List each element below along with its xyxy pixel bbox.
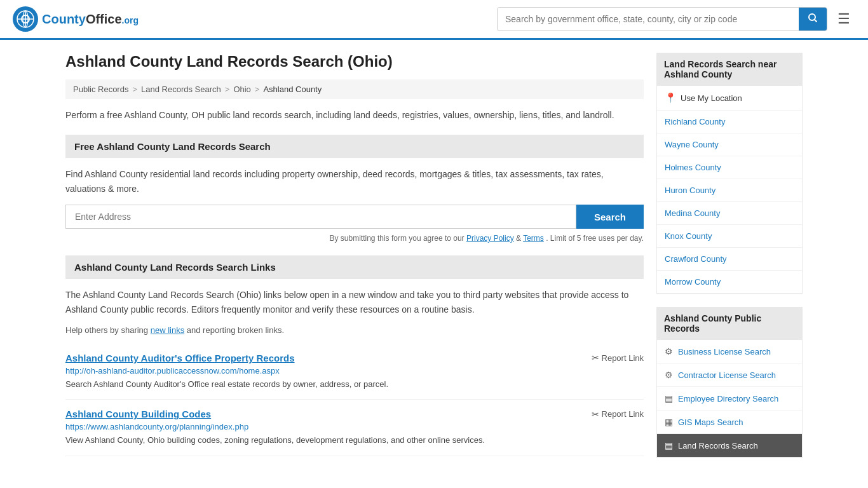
global-search-input[interactable] <box>498 9 799 29</box>
logo-county: County <box>42 12 86 26</box>
business-icon: ⚙ <box>665 346 673 356</box>
address-form: Search <box>65 205 644 229</box>
sidebar-business-license[interactable]: ⚙ Business License Search <box>657 340 802 363</box>
address-input[interactable] <box>65 205 576 229</box>
sidebar-land-records[interactable]: ▤ Land Records Search <box>657 434 802 458</box>
sidebar-item-richland[interactable]: Richland County <box>657 111 802 133</box>
contractor-icon: ⚙ <box>665 370 673 380</box>
report-link-button-1[interactable]: ✂ Report Link <box>592 353 644 363</box>
breadcrumb-land-records[interactable]: Land Records Search <box>141 85 221 94</box>
free-search-description: Find Ashland County residential land rec… <box>65 167 644 196</box>
pin-icon: 📍 <box>665 92 677 104</box>
business-license-label: Business License Search <box>678 347 771 356</box>
use-location-label: Use My Location <box>681 93 742 103</box>
breadcrumb: Public Records > Land Records Search > O… <box>65 79 644 99</box>
report-link-button-2[interactable]: ✂ Report Link <box>592 409 644 419</box>
contractor-license-label: Contractor License Search <box>678 370 776 380</box>
sidebar-nearby-section: Land Records Search near Ashland County … <box>656 53 803 294</box>
page-title: Ashland County Land Records Search (Ohio… <box>65 53 644 71</box>
sidebar-use-location[interactable]: 📍 Use My Location <box>657 86 802 111</box>
main-container: Ashland County Land Records Search (Ohio… <box>53 40 815 484</box>
links-list: Ashland County Auditor's Office Property… <box>65 344 644 456</box>
sidebar-public-section: Ashland County Public Records ⚙ Business… <box>656 307 803 458</box>
sidebar-item-holmes[interactable]: Holmes County <box>657 156 802 179</box>
link-item: Ashland County Auditor's Office Property… <box>65 344 644 400</box>
site-header: CountyOffice.org ☰ <box>0 0 868 40</box>
sidebar-nearby-title: Land Records Search near Ashland County <box>656 53 803 86</box>
sidebar-item-medina[interactable]: Medina County <box>657 202 802 225</box>
report-link-label-1: Report Link <box>602 353 644 363</box>
gis-icon: ▦ <box>665 417 673 427</box>
hamburger-button[interactable]: ☰ <box>832 8 855 30</box>
sidebar-item-knox[interactable]: Knox County <box>657 225 802 248</box>
logo-text: CountyOffice.org <box>42 12 139 27</box>
land-icon: ▤ <box>665 440 673 451</box>
sidebar-nearby-links: 📍 Use My Location Richland County Wayne … <box>656 86 803 294</box>
terms-link[interactable]: Terms <box>523 234 544 243</box>
report-icon-2: ✂ <box>592 409 599 419</box>
free-search-heading: Free Ashland County Land Records Search <box>65 135 644 158</box>
link-title-building[interactable]: Ashland County Building Codes <box>65 409 211 419</box>
share-text: Help others by sharing new links and rep… <box>65 325 644 335</box>
sidebar-item-morrow[interactable]: Morrow County <box>657 271 802 294</box>
new-links-link[interactable]: new links <box>151 325 184 335</box>
sidebar-employee-directory[interactable]: ▤ Employee Directory Search <box>657 387 802 410</box>
sidebar-item-crawford[interactable]: Crawford County <box>657 248 802 271</box>
form-note: By submitting this form you agree to our… <box>65 234 644 243</box>
form-note-limit: . Limit of 5 free uses per day. <box>546 234 644 243</box>
breadcrumb-ohio[interactable]: Ohio <box>233 85 250 94</box>
sidebar-item-wayne[interactable]: Wayne County <box>657 133 802 156</box>
link-url-building[interactable]: https://www.ashlandcounty.org/planning/i… <box>65 422 644 431</box>
logo-area: CountyOffice.org <box>13 6 139 32</box>
main-content: Ashland County Land Records Search (Ohio… <box>65 53 644 471</box>
logo-office: Office <box>86 12 122 26</box>
breadcrumb-sep-2: > <box>225 85 230 94</box>
global-search-bar <box>497 7 827 31</box>
logo-tld: .org <box>122 15 139 25</box>
privacy-policy-link[interactable]: Privacy Policy <box>466 234 514 243</box>
global-search-button[interactable] <box>799 8 827 30</box>
link-item-header: Ashland County Auditor's Office Property… <box>65 353 644 363</box>
sidebar-contractor-license[interactable]: ⚙ Contractor License Search <box>657 363 802 387</box>
report-icon-1: ✂ <box>592 353 599 363</box>
form-note-and: & <box>516 234 523 243</box>
report-link-label-2: Report Link <box>602 409 644 419</box>
link-title-auditor[interactable]: Ashland County Auditor's Office Property… <box>65 353 295 363</box>
employee-icon: ▤ <box>665 393 673 403</box>
search-button[interactable]: Search <box>576 205 644 229</box>
header-right: ☰ <box>497 7 855 31</box>
sidebar-gis-maps[interactable]: ▦ GIS Maps Search <box>657 410 802 434</box>
sidebar-item-huron[interactable]: Huron County <box>657 179 802 202</box>
logo-icon <box>13 6 38 32</box>
form-note-text: By submitting this form you agree to our <box>330 234 465 243</box>
sidebar-public-links: ⚙ Business License Search ⚙ Contractor L… <box>656 340 803 458</box>
gis-maps-label: GIS Maps Search <box>678 417 743 427</box>
breadcrumb-sep-3: > <box>255 85 260 94</box>
link-item: Ashland County Building Codes ✂ Report L… <box>65 400 644 456</box>
link-desc-building: View Ashland County, Ohio building codes… <box>65 434 644 447</box>
intro-text: Perform a free Ashland County, OH public… <box>65 108 644 122</box>
breadcrumb-sep-1: > <box>132 85 137 94</box>
svg-line-6 <box>815 20 817 22</box>
breadcrumb-current: Ashland County <box>263 85 322 94</box>
land-records-label: Land Records Search <box>678 441 758 451</box>
link-item-header: Ashland County Building Codes ✂ Report L… <box>65 409 644 419</box>
sidebar: Land Records Search near Ashland County … <box>656 53 803 471</box>
sidebar-public-title: Ashland County Public Records <box>656 307 803 340</box>
links-section-heading: Ashland County Land Records Search Links <box>65 255 644 279</box>
employee-directory-label: Employee Directory Search <box>678 394 778 403</box>
link-desc-auditor: Search Ashland County Auditor's Office r… <box>65 378 644 391</box>
links-section-description: The Ashland County Land Records Search (… <box>65 288 644 316</box>
link-url-auditor[interactable]: http://oh-ashland-auditor.publicaccessno… <box>65 366 644 376</box>
breadcrumb-public-records[interactable]: Public Records <box>73 85 128 94</box>
